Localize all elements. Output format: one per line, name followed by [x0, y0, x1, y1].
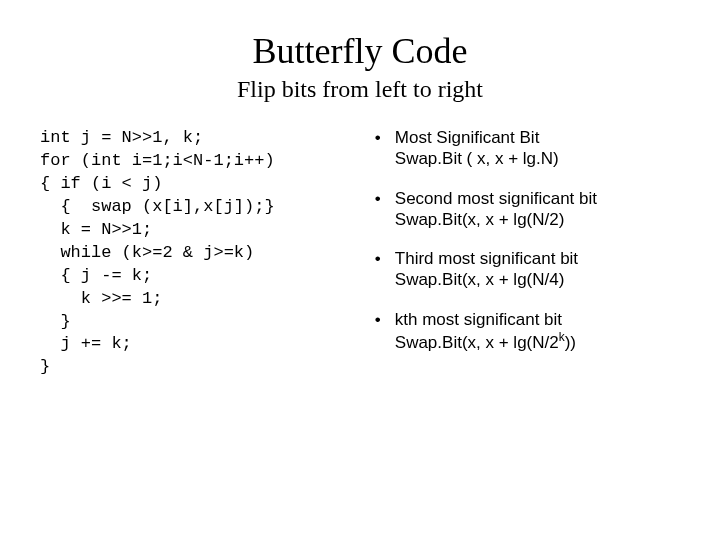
list-item: • Third most significant bit Swap.Bit(x,…: [373, 248, 680, 291]
slide-title: Butterfly Code: [40, 30, 680, 72]
bullet-line1: Most Significant Bit: [395, 128, 540, 147]
bullet-line2: Swap.Bit(x, x + lg(N/4): [395, 270, 565, 289]
bullet-line1: kth most significant bit: [395, 310, 562, 329]
list-item: • kth most significant bit Swap.Bit(x, x…: [373, 309, 680, 353]
bullet-icon: •: [375, 248, 381, 269]
bullet-line2: Swap.Bit(x, x + lg(N/2): [395, 210, 565, 229]
content-columns: int j = N>>1, k; for (int i=1;i<N-1;i++)…: [40, 127, 680, 379]
list-item: • Most Significant Bit Swap.Bit ( x, x +…: [373, 127, 680, 170]
bullet-icon: •: [375, 188, 381, 209]
bullet-line2-suffix: )): [565, 332, 576, 351]
code-block: int j = N>>1, k; for (int i=1;i<N-1;i++)…: [40, 127, 373, 379]
bullet-line2-prefix: Swap.Bit(x, x + lg(N/2: [395, 332, 559, 351]
bullet-line2: Swap.Bit ( x, x + lg.N): [395, 149, 559, 168]
slide: Butterfly Code Flip bits from left to ri…: [0, 0, 720, 540]
bullet-icon: •: [375, 127, 381, 148]
slide-subtitle: Flip bits from left to right: [40, 76, 680, 103]
bullet-list-container: • Most Significant Bit Swap.Bit ( x, x +…: [373, 127, 680, 371]
bullet-line1: Second most significant bit: [395, 189, 597, 208]
list-item: • Second most significant bit Swap.Bit(x…: [373, 188, 680, 231]
bullet-list: • Most Significant Bit Swap.Bit ( x, x +…: [373, 127, 680, 353]
bullet-icon: •: [375, 309, 381, 330]
bullet-line1: Third most significant bit: [395, 249, 578, 268]
